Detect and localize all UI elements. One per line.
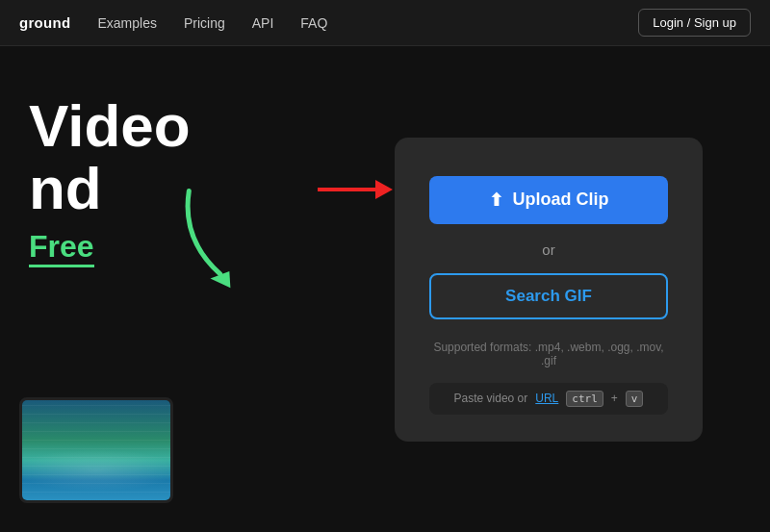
upload-icon: ⬆ — [489, 190, 503, 211]
navbar: ground Examples Pricing API FAQ Login / … — [0, 0, 770, 46]
search-gif-button[interactable]: Search GIF — [429, 273, 668, 319]
hero-title-line1: Video — [29, 94, 327, 157]
nav-examples[interactable]: Examples — [97, 15, 156, 31]
hero-left: Video nd Free — [0, 46, 327, 532]
hero-section: Video nd Free ⬆ Upload Clip — [0, 46, 770, 532]
red-arrow-icon — [318, 180, 393, 199]
nav-faq[interactable]: FAQ — [300, 15, 327, 31]
red-arrow-line — [318, 188, 375, 191]
navbar-left: ground Examples Pricing API FAQ — [19, 14, 327, 31]
nav-api[interactable]: API — [252, 15, 274, 31]
or-label: or — [542, 241, 554, 258]
upload-panel: ⬆ Upload Clip or Search GIF Supported fo… — [395, 138, 703, 442]
video-waves — [22, 400, 170, 500]
supported-formats-text: Supported formats: .mp4, .webm, .ogg, .m… — [429, 341, 668, 367]
v-key: v — [626, 391, 644, 407]
nav-pricing[interactable]: Pricing — [184, 15, 225, 31]
hero-right: ⬆ Upload Clip or Search GIF Supported fo… — [327, 46, 770, 532]
brand-logo[interactable]: ground — [19, 14, 70, 31]
url-link[interactable]: URL — [535, 392, 558, 405]
paste-bar: Paste video or URL ctrl + v — [429, 383, 668, 415]
upload-btn-label: Upload Clip — [513, 190, 609, 210]
plus-label: + — [611, 392, 618, 405]
video-preview-thumbnail — [19, 397, 173, 503]
ctrl-key: ctrl — [566, 391, 603, 407]
upload-clip-button[interactable]: ⬆ Upload Clip — [429, 176, 668, 224]
paste-label: Paste video or — [454, 392, 528, 405]
red-arrow-head — [375, 180, 393, 199]
hero-free-label: Free — [29, 229, 94, 267]
login-button[interactable]: Login / Sign up — [638, 9, 751, 37]
